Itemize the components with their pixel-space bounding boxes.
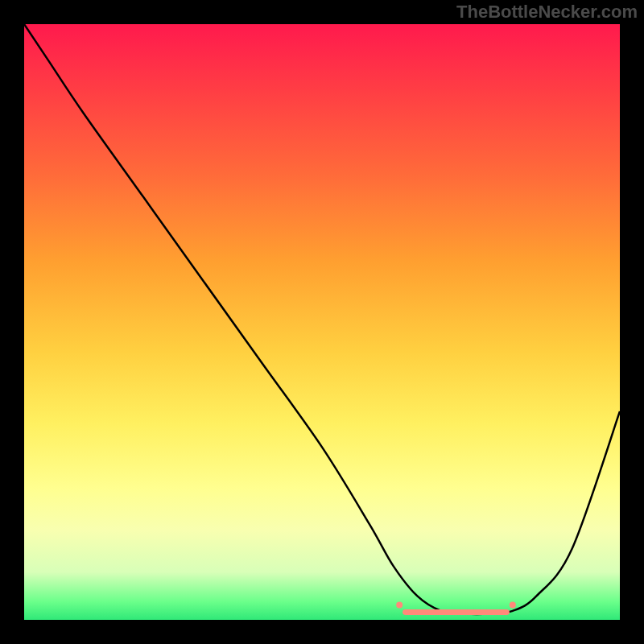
- chart-gradient-background: [24, 24, 620, 620]
- watermark-text: TheBottleNecker.com: [456, 2, 638, 23]
- chart-container: TheBottleNecker.com: [0, 0, 644, 644]
